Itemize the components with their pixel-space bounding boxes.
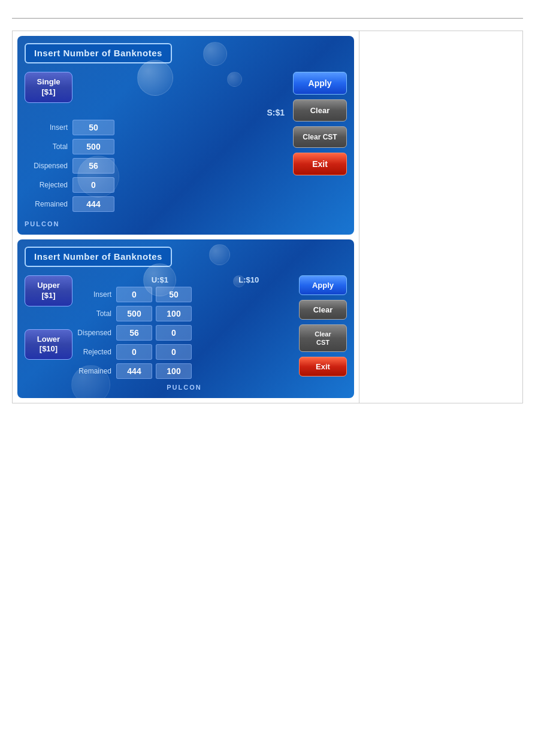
panel2-dispensed-row: Dispensed 56 0 xyxy=(74,325,294,341)
panel1-dispensed-label: Dispensed xyxy=(25,162,72,170)
panel2-rejected-upper: 0 xyxy=(116,344,152,360)
bubble-deco-6 xyxy=(209,244,230,265)
bubble-deco-2 xyxy=(203,42,227,66)
upper-btn[interactable]: Upper [$1] xyxy=(25,275,72,306)
panel1: Insert Number of Banknotes Single [$1] S… xyxy=(17,36,354,235)
panel2-right: Apply Clear ClearCST Exit xyxy=(299,275,347,377)
right-panel xyxy=(359,31,523,403)
panel2-dispensed-label: Dispensed xyxy=(74,329,116,337)
left-panel: Insert Number of Banknotes Single [$1] S… xyxy=(12,31,359,403)
panel2-remained-upper: 444 xyxy=(116,363,152,379)
panel2-insert-values: 0 50 xyxy=(116,287,192,302)
page-container: Insert Number of Banknotes Single [$1] S… xyxy=(0,0,535,756)
panel2-exit-button[interactable]: Exit xyxy=(299,357,347,377)
panel1-title-box: Insert Number of Banknotes xyxy=(25,43,172,63)
panel2-remained-row: Remained 444 100 xyxy=(74,363,294,379)
panel1-clear-cst-button[interactable]: Clear CST xyxy=(293,126,347,148)
panel1-rejected-label: Rejected xyxy=(25,181,72,189)
panel1-remained-value: 444 xyxy=(72,196,114,212)
panel1-data-section: S:$1 Insert 50 Total 500 Dispensed xyxy=(25,108,287,215)
panel1-pulcon: PULCON xyxy=(25,220,59,227)
panel2-insert-label: Insert xyxy=(74,290,116,299)
panel1-insert-label: Insert xyxy=(25,123,72,132)
panel1-total-value: 500 xyxy=(72,139,114,154)
panel2-insert-row: Insert 0 50 xyxy=(74,287,294,302)
panel2-rejected-label: Rejected xyxy=(74,348,116,356)
lower-btn[interactable]: Lower [$10] xyxy=(25,329,72,360)
panel2: Insert Number of Banknotes Upper [$1] Lo… xyxy=(17,239,354,398)
panel2-total-upper: 500 xyxy=(116,306,152,321)
panel2-remained-lower: 100 xyxy=(156,363,192,379)
panel1-dispensed-value: 56 xyxy=(72,158,114,174)
panel2-content: Upper [$1] Lower [$10] U:$1 L:$10 xyxy=(25,275,347,391)
panel2-dispensed-upper: 56 xyxy=(116,325,152,341)
panel1-left: Single [$1] S:$1 Insert 50 Total 50 xyxy=(25,72,287,227)
panel2-denom-header: U:$1 L:$10 xyxy=(74,275,294,284)
panel1-remained-row: Remained 444 xyxy=(25,196,287,212)
panel2-insert-lower: 50 xyxy=(156,287,192,302)
panel1-dispensed-row: Dispensed 56 xyxy=(25,158,287,174)
panel1-right: Apply Clear Clear CST Exit xyxy=(293,72,347,175)
panel1-rejected-value: 0 xyxy=(72,177,114,193)
panel2-rejected-row: Rejected 0 0 xyxy=(74,344,294,360)
panel2-left: Upper [$1] Lower [$10] xyxy=(25,275,69,360)
panel2-clear-cst-button[interactable]: ClearCST xyxy=(299,324,347,353)
panel1-exit-button[interactable]: Exit xyxy=(293,153,347,175)
single-btn[interactable]: Single [$1] xyxy=(25,72,72,103)
panel2-rejected-lower: 0 xyxy=(156,344,192,360)
panel2-total-label: Total xyxy=(74,309,116,318)
panel1-clear-button[interactable]: Clear xyxy=(293,99,347,122)
panel1-title: Insert Number of Banknotes xyxy=(34,48,162,58)
top-divider xyxy=(12,18,523,19)
panel2-col-upper: U:$1 xyxy=(152,275,168,284)
panel1-content: Single [$1] S:$1 Insert 50 Total 50 xyxy=(25,72,347,227)
main-layout: Insert Number of Banknotes Single [$1] S… xyxy=(12,31,523,403)
panel2-pulcon: PULCON xyxy=(74,384,294,391)
panel2-dispensed-lower: 0 xyxy=(156,325,192,341)
panel2-title-box: Insert Number of Banknotes xyxy=(25,247,172,267)
panel2-total-row: Total 500 100 xyxy=(74,306,294,321)
panel2-mid: U:$1 L:$10 Insert 0 50 Total xyxy=(74,275,294,391)
panel2-clear-button[interactable]: Clear xyxy=(299,300,347,320)
panel1-insert-row: Insert 50 xyxy=(25,120,287,135)
panel1-denom-header: S:$1 xyxy=(25,108,287,117)
panel2-insert-upper: 0 xyxy=(116,287,152,302)
panel2-total-lower: 100 xyxy=(156,306,192,321)
panel2-remained-values: 444 100 xyxy=(116,363,192,379)
panel1-total-row: Total 500 xyxy=(25,139,287,154)
panel1-remained-label: Remained xyxy=(25,200,72,208)
panel1-apply-button[interactable]: Apply xyxy=(293,72,347,95)
panel2-dispensed-values: 56 0 xyxy=(116,325,192,341)
panel2-total-values: 500 100 xyxy=(116,306,192,321)
panel2-remained-label: Remained xyxy=(74,367,116,375)
panel1-total-label: Total xyxy=(25,142,72,151)
panel2-col-lower: L:$10 xyxy=(238,275,259,284)
panel2-title: Insert Number of Banknotes xyxy=(34,251,162,262)
panel2-apply-button[interactable]: Apply xyxy=(299,275,347,295)
panel2-rejected-values: 0 0 xyxy=(116,344,192,360)
panel1-insert-value: 50 xyxy=(72,120,114,135)
panel1-rejected-row: Rejected 0 xyxy=(25,177,287,193)
